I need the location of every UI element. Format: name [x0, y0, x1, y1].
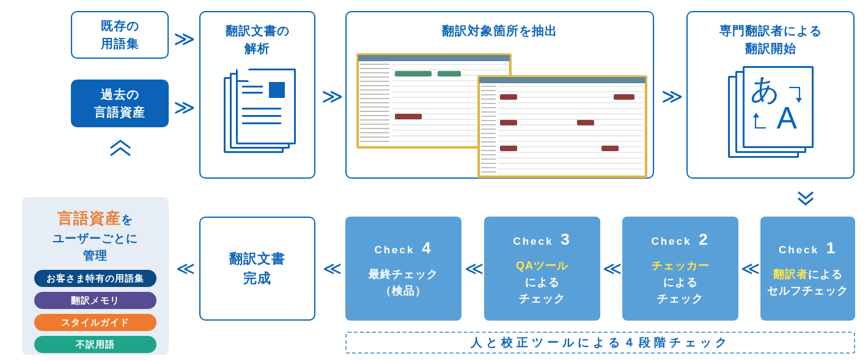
check-4-body: 最終チェック （検品）	[369, 266, 438, 299]
pill-customer-glossary: お客さま特有の用語集	[34, 270, 156, 287]
box-past-assets: 過去の 言語資産	[71, 80, 169, 127]
language-asset-mgmt-panel: 言語資産を ユーザーごとに 管理 お客さま特有の用語集 翻訳メモリ スタイルガイ…	[22, 197, 169, 355]
screenshot-thumb-2	[477, 75, 647, 178]
arrow-right-icon: ≫	[174, 97, 196, 117]
label-past-assets: 過去の 言語資産	[94, 86, 145, 121]
arrow-up-icon	[87, 137, 154, 163]
check-2: Check 2 チェッカー による チェック	[622, 217, 738, 321]
label-extract-targets: 翻訳対象箇所を抽出	[442, 22, 557, 40]
label-analyze-doc: 翻訳文書の 解析	[226, 22, 290, 58]
arrow-left-icon: ≪	[176, 259, 195, 278]
document-stack-icon	[224, 69, 291, 154]
check-1-body: 翻訳者による セルフチェック	[767, 266, 848, 299]
label-existing-glossary: 既存の 用語集	[101, 17, 139, 53]
box-analyze-doc: 翻訳文書の 解析	[199, 11, 315, 179]
check-2-label: Check 2	[651, 230, 709, 249]
check-3-label: Check 3	[513, 230, 571, 249]
arrow-left-icon: ≪	[741, 259, 760, 278]
check-1: Check 1 翻訳者による セルフチェック	[760, 217, 855, 321]
four-stage-check-caption: 人と校正ツールによる４段階チェック	[345, 332, 855, 354]
arrow-left-icon: ≪	[603, 259, 622, 278]
box-extract-targets: 翻訳対象箇所を抽出	[345, 11, 654, 179]
check-4: Check 4 最終チェック （検品）	[345, 217, 462, 321]
check-1-label: Check 1	[779, 239, 837, 258]
pill-translation-memory: 翻訳メモリ	[34, 292, 156, 309]
label-translation-complete: 翻訳文書 完成	[229, 249, 285, 288]
check-2-body: チェッカー による チェック	[652, 258, 710, 307]
check-4-label: Check 4	[374, 239, 432, 258]
box-translator-start: 専門翻訳者による 翻訳開始 あ A	[686, 11, 855, 179]
arrow-right-icon: ≫	[661, 86, 683, 106]
pill-untranslated-terms: 不訳用語	[34, 336, 156, 353]
check-3: Check 3 QAツール による チェック	[484, 217, 600, 321]
arrow-down-icon	[795, 187, 817, 209]
screenshot-thumbs	[347, 40, 653, 177]
box-translation-complete: 翻訳文書 完成	[199, 217, 315, 321]
translation-icon: あ A	[728, 66, 814, 158]
check-3-body: QAツール による チェック	[516, 258, 568, 307]
arrow-right-icon: ≫	[322, 86, 344, 106]
pill-style-guide: スタイルガイド	[34, 314, 156, 331]
arrow-left-icon: ≪	[323, 259, 342, 278]
label-translator-start: 専門翻訳者による 翻訳開始	[719, 22, 822, 58]
arrow-left-icon: ≪	[465, 259, 484, 278]
arrow-right-icon: ≫	[174, 28, 196, 49]
box-existing-glossary: 既存の 用語集	[71, 11, 169, 59]
mgmt-panel-title: 言語資産を ユーザーごとに 管理	[29, 207, 161, 265]
